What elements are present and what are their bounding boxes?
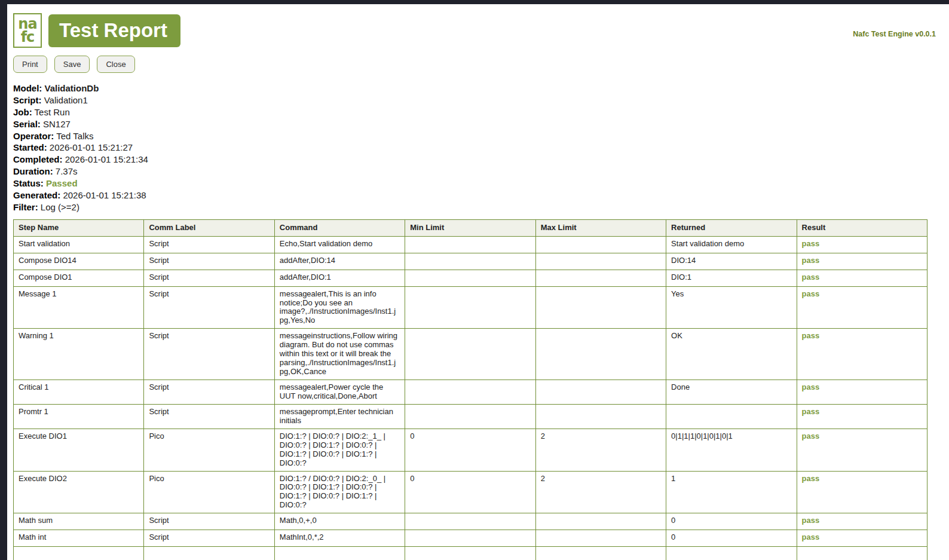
cell-empty: [14, 547, 144, 560]
cell-command: messagealert,Power cycle the UUT now,cri…: [274, 380, 405, 405]
cell-command: DIO:1:? | DIO:0:? | DIO:2:_1_ | DIO:0:? …: [274, 429, 405, 471]
table-row: Execute DIO2PicoDIO:1:? / DIO:0:? | DIO:…: [14, 471, 927, 513]
cell-max-limit: [535, 270, 666, 286]
cell-max-limit: [535, 513, 666, 530]
cell-returned: Yes: [666, 286, 797, 329]
save-button[interactable]: Save: [54, 56, 90, 73]
cell-returned: 0|1|1|1|0|1|0|1|0|1: [666, 429, 797, 471]
metadata-line: Serial: SN127: [13, 118, 929, 130]
cell-result: pass: [797, 380, 927, 405]
table-row-partial: [14, 547, 927, 560]
cell-comm-label: Script: [144, 404, 274, 429]
cell-step-name: Execute DIO1: [14, 429, 144, 471]
metadata-line: Operator: Ted Talks: [13, 130, 929, 142]
cell-min-limit: [405, 380, 535, 405]
metadata-label: Filter:: [13, 202, 38, 212]
header: na fc Test Report: [13, 13, 929, 48]
column-header: Min Limit: [405, 219, 535, 236]
print-button[interactable]: Print: [13, 56, 47, 73]
metadata-label: Job:: [13, 107, 32, 117]
metadata-label: Script:: [13, 95, 42, 105]
table-row: Math intScriptMathInt,0,*,20pass: [14, 530, 927, 547]
metadata-label: Duration:: [13, 166, 53, 176]
table-header-row: Step NameComm LabelCommandMin LimitMax L…: [14, 219, 927, 236]
cell-returned: 0: [666, 513, 797, 530]
metadata-line: Job: Test Run: [13, 106, 929, 118]
cell-command: MathInt,0,*,2: [274, 530, 405, 547]
cell-result: pass: [797, 329, 927, 380]
cell-comm-label: Script: [144, 329, 274, 380]
cell-max-limit: [535, 329, 666, 380]
cell-max-limit: [535, 286, 666, 329]
table-row: Promtr 1Scriptmessageprompt,Enter techni…: [14, 404, 927, 429]
cell-returned: OK: [666, 329, 797, 380]
metadata-line: Duration: 7.37s: [13, 166, 929, 178]
cell-comm-label: Script: [144, 380, 274, 405]
cell-step-name: Start validation: [14, 236, 144, 253]
column-header: Returned: [666, 219, 797, 236]
nafc-logo: na fc: [13, 13, 42, 48]
cell-max-limit: 2: [535, 429, 666, 471]
cell-command: messagealert,This is an info notice;Do y…: [274, 286, 405, 329]
cell-comm-label: Script: [144, 513, 274, 530]
table-row: Execute DIO1PicoDIO:1:? | DIO:0:? | DIO:…: [14, 429, 927, 471]
cell-comm-label: Script: [144, 253, 274, 270]
close-button[interactable]: Close: [97, 56, 134, 73]
column-header: Comm Label: [144, 219, 274, 236]
metadata-value: 2026-01-01 15:21:34: [65, 154, 148, 164]
cell-comm-label: Script: [144, 530, 274, 547]
cell-step-name: Math int: [14, 530, 144, 547]
nafc-logo-text: na fc: [18, 17, 36, 44]
cell-min-limit: [405, 513, 535, 530]
cell-returned: [666, 404, 797, 429]
metadata-value: ValidationDb: [45, 83, 99, 93]
column-header: Max Limit: [535, 219, 666, 236]
table-body: Start validationScriptEcho,Start validat…: [14, 236, 927, 560]
cell-command: addAfter,DIO:14: [274, 253, 405, 270]
cell-min-limit: [405, 236, 535, 253]
metadata-line: Generated: 2026-01-01 15:21:38: [13, 189, 929, 201]
cell-result: pass: [797, 286, 927, 329]
cell-min-limit: [405, 253, 535, 270]
cell-min-limit: [405, 329, 535, 380]
cell-returned: Start validation demo: [666, 236, 797, 253]
table-row: Start validationScriptEcho,Start validat…: [14, 236, 927, 253]
metadata-value: Validation1: [44, 95, 88, 105]
metadata-value: Passed: [46, 178, 78, 188]
cell-command: messageprompt,Enter technician initials: [274, 404, 405, 429]
table-row: Warning 1Scriptmessageinstructions,Follo…: [14, 329, 927, 380]
cell-command: addAfter,DIO:1: [274, 270, 405, 286]
table-row: Compose DIO1ScriptaddAfter,DIO:1DIO:1pas…: [14, 270, 927, 286]
cell-result: pass: [797, 404, 927, 429]
engine-version: Nafc Test Engine v0.0.1: [853, 30, 936, 38]
toolbar: Print Save Close: [13, 56, 929, 73]
table-row: Compose DIO14ScriptaddAfter,DIO:14DIO:14…: [14, 253, 927, 270]
cell-comm-label: Script: [144, 286, 274, 329]
results-table: Step NameComm LabelCommandMin LimitMax L…: [13, 219, 927, 560]
metadata-line: Script: Validation1: [13, 94, 929, 106]
column-header: Step Name: [14, 219, 144, 236]
cell-step-name: Compose DIO1: [14, 270, 144, 286]
cell-command: DIO:1:? / DIO:0:? | DIO:2:_0_ | DIO:0:? …: [274, 471, 405, 513]
metadata-line: Started: 2026-01-01 15:21:27: [13, 142, 929, 154]
cell-command: Echo,Start validation demo: [274, 236, 405, 253]
metadata-value: Test Run: [35, 107, 70, 117]
cell-empty: [535, 547, 666, 560]
table-row: Message 1Scriptmessagealert,This is an i…: [14, 286, 927, 329]
cell-result: pass: [797, 530, 927, 547]
table-row: Critical 1Scriptmessagealert,Power cycle…: [14, 380, 927, 405]
metadata-label: Started:: [13, 142, 47, 152]
column-header: Result: [797, 219, 927, 236]
metadata-label: Status:: [13, 178, 44, 188]
cell-max-limit: [535, 236, 666, 253]
metadata-value: 2026-01-01 15:21:27: [50, 142, 133, 152]
metadata-line: Filter: Log (>=2): [13, 201, 929, 213]
metadata-value: Log (>=2): [41, 202, 79, 212]
cell-min-limit: 0: [405, 429, 535, 471]
cell-min-limit: [405, 286, 535, 329]
cell-step-name: Critical 1: [14, 380, 144, 405]
cell-step-name: Compose DIO14: [14, 253, 144, 270]
cell-min-limit: [405, 530, 535, 547]
cell-step-name: Execute DIO2: [14, 471, 144, 513]
metadata-value: Ted Talks: [56, 131, 93, 141]
